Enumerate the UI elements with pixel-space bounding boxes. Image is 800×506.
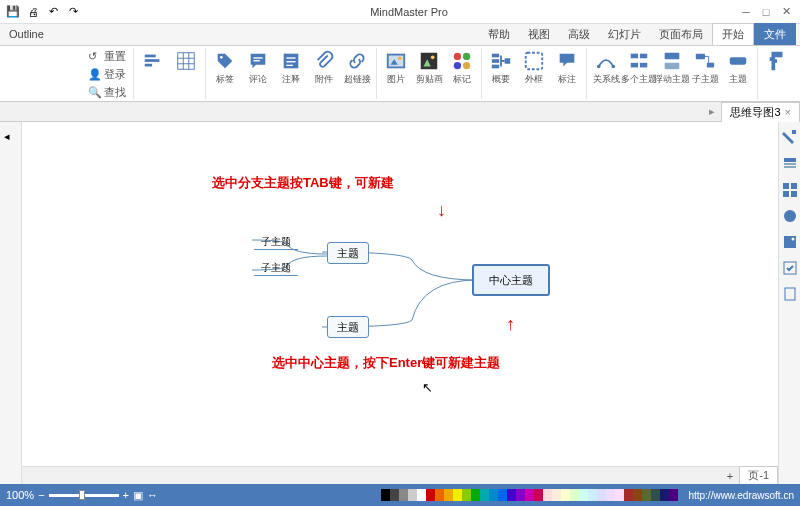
hint-bottom: 选中中心主题，按下Enter键可新建主题 — [272, 354, 500, 372]
attachment-button[interactable]: 附件 — [309, 48, 339, 86]
topic-button[interactable]: 主题 — [723, 48, 753, 86]
svg-rect-31 — [253, 60, 259, 61]
color-swatch[interactable] — [588, 489, 597, 501]
file-tab[interactable]: 文件 — [754, 23, 796, 45]
hyperlink-button[interactable]: 超链接 — [342, 48, 372, 86]
layout-tab[interactable]: 页面布局 — [650, 23, 712, 45]
fit-page-icon[interactable]: ▣ — [133, 489, 143, 502]
zoom-in-button[interactable]: + — [123, 489, 129, 501]
color-swatch[interactable] — [552, 489, 561, 501]
tab-overflow-icon[interactable]: ▸ — [703, 105, 721, 118]
color-swatch[interactable] — [633, 489, 642, 501]
color-swatch[interactable] — [606, 489, 615, 501]
save-icon[interactable]: 💾 — [6, 5, 20, 19]
color-swatch[interactable] — [408, 489, 417, 501]
multiple-topic-button[interactable]: 多个主题 — [624, 48, 654, 86]
mark-button[interactable]: 标记 — [447, 48, 477, 86]
help-tab[interactable]: 帮助 — [479, 23, 519, 45]
color-swatch[interactable] — [399, 489, 408, 501]
relation-button[interactable]: 关系线 — [591, 48, 621, 86]
color-swatch[interactable] — [480, 489, 489, 501]
picture-button[interactable]: 图片 — [381, 48, 411, 86]
minimize-button[interactable]: ─ — [740, 6, 752, 18]
color-swatch[interactable] — [660, 489, 669, 501]
color-swatch[interactable] — [426, 489, 435, 501]
color-swatch[interactable] — [507, 489, 516, 501]
svg-point-22 — [431, 56, 435, 60]
zoom-level: 100% — [6, 489, 34, 501]
maximize-button[interactable]: □ — [760, 6, 772, 18]
gantt-button[interactable] — [138, 48, 168, 86]
topic-node-2[interactable]: 主题 — [327, 316, 369, 338]
close-button[interactable]: ✕ — [780, 6, 792, 18]
view-tab[interactable]: 视图 — [519, 23, 559, 45]
color-swatch[interactable] — [516, 489, 525, 501]
subtopic-button[interactable]: 子主题 — [690, 48, 720, 86]
summary-button[interactable]: 概要 — [486, 48, 516, 86]
task-panel-icon[interactable] — [782, 260, 798, 276]
color-swatch[interactable] — [471, 489, 480, 501]
color-swatch[interactable] — [435, 489, 444, 501]
color-swatch[interactable] — [642, 489, 651, 501]
color-swatch[interactable] — [669, 489, 678, 501]
zoom-slider[interactable] — [49, 494, 119, 497]
collapse-icon[interactable]: ◂ — [4, 130, 18, 144]
color-swatch[interactable] — [615, 489, 624, 501]
color-swatch[interactable] — [570, 489, 579, 501]
reset-button[interactable]: ↺重置 — [85, 48, 129, 65]
color-swatch[interactable] — [444, 489, 453, 501]
layout-panel-icon[interactable] — [782, 182, 798, 198]
floating-topic-button[interactable]: 浮动主题 — [657, 48, 687, 86]
page-tab[interactable]: 页-1 — [739, 466, 778, 485]
color-swatch[interactable] — [417, 489, 426, 501]
clipart-button[interactable]: 剪贴画 — [414, 48, 444, 86]
home-tab[interactable]: 开始 — [712, 23, 754, 45]
color-swatch[interactable] — [453, 489, 462, 501]
undo-icon[interactable]: ↶ — [46, 5, 60, 19]
tag-button[interactable]: 标签 — [210, 48, 240, 86]
redo-icon[interactable]: ↷ — [66, 5, 80, 19]
print-icon[interactable]: 🖨 — [26, 5, 40, 19]
advanced-tab[interactable]: 高级 — [559, 23, 599, 45]
document-tab[interactable]: 思维导图3 × — [721, 102, 800, 122]
color-swatch[interactable] — [579, 489, 588, 501]
format-panel-icon[interactable] — [782, 130, 798, 146]
callout-button[interactable]: 标注 — [552, 48, 582, 86]
svg-rect-14 — [492, 65, 499, 69]
zoom-out-button[interactable]: − — [38, 489, 44, 501]
icon-panel-icon[interactable] — [782, 208, 798, 224]
slideshow-tab[interactable]: 幻灯片 — [599, 23, 650, 45]
clipart-panel-icon[interactable] — [782, 234, 798, 250]
color-swatch[interactable] — [525, 489, 534, 501]
table-button[interactable] — [171, 48, 201, 86]
find-button[interactable]: 🔍查找 — [85, 84, 129, 101]
canvas[interactable]: 选中分支主题按TAB键，可新建 ↓ 中心主题 主题 主题 子主题 子主题 ↑ 选… — [22, 122, 778, 484]
svg-rect-38 — [145, 55, 156, 58]
color-swatch[interactable] — [534, 489, 543, 501]
color-swatch[interactable] — [561, 489, 570, 501]
subtopic-node-1[interactable]: 子主题 — [254, 234, 298, 250]
comment-button[interactable]: 评论 — [243, 48, 273, 86]
theme-panel-icon[interactable] — [782, 156, 798, 172]
add-page-icon[interactable]: + — [721, 470, 739, 482]
topic-node-1[interactable]: 主题 — [327, 242, 369, 264]
fit-width-icon[interactable]: ↔ — [147, 489, 158, 501]
color-swatch[interactable] — [390, 489, 399, 501]
color-swatch[interactable] — [597, 489, 606, 501]
subtopic-node-2[interactable]: 子主题 — [254, 260, 298, 276]
color-swatch[interactable] — [498, 489, 507, 501]
color-swatch[interactable] — [651, 489, 660, 501]
login-button[interactable]: 👤登录 — [85, 66, 129, 83]
history-panel-icon[interactable] — [782, 286, 798, 302]
color-swatch[interactable] — [462, 489, 471, 501]
outline-tab[interactable]: Outline — [0, 23, 53, 45]
note-button[interactable]: 注释 — [276, 48, 306, 86]
color-swatch[interactable] — [489, 489, 498, 501]
central-topic-node[interactable]: 中心主题 — [472, 264, 550, 296]
format-painter-button[interactable] — [762, 48, 792, 86]
color-swatch[interactable] — [543, 489, 552, 501]
color-swatch[interactable] — [624, 489, 633, 501]
boundary-button[interactable]: 外框 — [519, 48, 549, 86]
close-doc-icon[interactable]: × — [785, 106, 791, 118]
color-swatch[interactable] — [381, 489, 390, 501]
